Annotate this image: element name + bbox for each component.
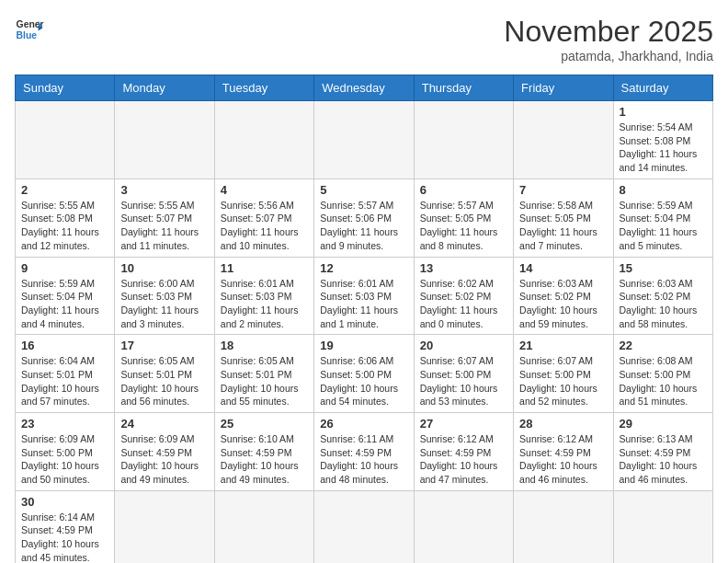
day-info: Sunrise: 6:05 AM Sunset: 5:01 PM Dayligh… [221, 354, 308, 408]
calendar-cell: 13Sunrise: 6:02 AM Sunset: 5:02 PM Dayli… [414, 257, 513, 335]
day-info: Sunrise: 6:07 AM Sunset: 5:00 PM Dayligh… [420, 354, 507, 408]
calendar-cell: 24Sunrise: 6:09 AM Sunset: 4:59 PM Dayli… [115, 413, 214, 491]
calendar-cell: 27Sunrise: 6:12 AM Sunset: 4:59 PM Dayli… [414, 413, 513, 491]
calendar-cell: 28Sunrise: 6:12 AM Sunset: 4:59 PM Dayli… [514, 413, 613, 491]
calendar-week-1: 2Sunrise: 5:55 AM Sunset: 5:08 PM Daylig… [16, 178, 713, 257]
calendar-cell: 22Sunrise: 6:08 AM Sunset: 5:00 PM Dayli… [613, 335, 712, 413]
calendar-cell [16, 101, 115, 179]
day-number: 13 [420, 261, 507, 275]
calendar-cell: 8Sunrise: 5:59 AM Sunset: 5:04 PM Daylig… [613, 178, 712, 257]
calendar-cell [613, 490, 712, 563]
calendar-cell: 26Sunrise: 6:11 AM Sunset: 4:59 PM Dayli… [314, 413, 414, 491]
day-info: Sunrise: 6:09 AM Sunset: 4:59 PM Dayligh… [120, 432, 208, 487]
weekday-header-tuesday: Tuesday [214, 75, 313, 101]
svg-text:Blue: Blue [17, 30, 38, 40]
day-number: 23 [21, 417, 108, 431]
day-number: 30 [21, 495, 108, 509]
day-number: 9 [21, 261, 108, 275]
day-info: Sunrise: 5:55 AM Sunset: 5:07 PM Dayligh… [120, 199, 208, 253]
day-number: 29 [620, 417, 707, 431]
day-number: 10 [120, 261, 208, 275]
logo: General Blue [15, 15, 44, 44]
calendar-cell: 9Sunrise: 5:59 AM Sunset: 5:04 PM Daylig… [16, 257, 115, 335]
calendar-week-0: 1Sunrise: 5:54 AM Sunset: 5:08 PM Daylig… [16, 101, 713, 179]
calendar-cell [514, 101, 613, 179]
day-number: 22 [620, 339, 707, 352]
day-info: Sunrise: 5:57 AM Sunset: 5:06 PM Dayligh… [320, 199, 407, 253]
day-info: Sunrise: 6:07 AM Sunset: 5:00 PM Dayligh… [519, 354, 607, 408]
weekday-header-monday: Monday [115, 75, 214, 101]
day-number: 27 [420, 417, 507, 431]
day-number: 18 [221, 339, 308, 352]
day-number: 17 [120, 339, 208, 352]
day-number: 15 [620, 261, 707, 275]
calendar-week-5: 30Sunrise: 6:14 AM Sunset: 4:59 PM Dayli… [16, 490, 713, 563]
calendar-week-4: 23Sunrise: 6:09 AM Sunset: 5:00 PM Dayli… [16, 413, 713, 491]
day-info: Sunrise: 5:59 AM Sunset: 5:04 PM Dayligh… [21, 277, 108, 331]
calendar-cell: 21Sunrise: 6:07 AM Sunset: 5:00 PM Dayli… [514, 335, 613, 413]
weekday-header-saturday: Saturday [613, 75, 712, 101]
day-info: Sunrise: 5:54 AM Sunset: 5:08 PM Dayligh… [620, 121, 707, 175]
day-info: Sunrise: 6:08 AM Sunset: 5:00 PM Dayligh… [620, 354, 707, 408]
calendar-cell: 23Sunrise: 6:09 AM Sunset: 5:00 PM Dayli… [16, 413, 115, 491]
day-number: 8 [620, 183, 707, 197]
day-info: Sunrise: 6:11 AM Sunset: 4:59 PM Dayligh… [320, 432, 407, 487]
day-info: Sunrise: 6:03 AM Sunset: 5:02 PM Dayligh… [620, 277, 707, 331]
day-number: 4 [221, 183, 308, 197]
day-info: Sunrise: 6:05 AM Sunset: 5:01 PM Dayligh… [120, 354, 208, 408]
calendar-cell: 2Sunrise: 5:55 AM Sunset: 5:08 PM Daylig… [16, 178, 115, 257]
calendar-cell: 29Sunrise: 6:13 AM Sunset: 4:59 PM Dayli… [613, 413, 712, 491]
header: General Blue November 2025 patamda, Jhar… [15, 15, 713, 63]
calendar-cell [414, 101, 513, 179]
day-info: Sunrise: 5:57 AM Sunset: 5:05 PM Dayligh… [420, 199, 507, 253]
calendar-cell: 15Sunrise: 6:03 AM Sunset: 5:02 PM Dayli… [613, 257, 712, 335]
day-number: 7 [519, 183, 607, 197]
calendar-cell: 14Sunrise: 6:03 AM Sunset: 5:02 PM Dayli… [514, 257, 613, 335]
weekday-header-wednesday: Wednesday [314, 75, 414, 101]
day-info: Sunrise: 6:10 AM Sunset: 4:59 PM Dayligh… [221, 432, 308, 487]
calendar-cell: 25Sunrise: 6:10 AM Sunset: 4:59 PM Dayli… [214, 413, 313, 491]
day-info: Sunrise: 6:02 AM Sunset: 5:02 PM Dayligh… [420, 277, 507, 331]
calendar-cell: 3Sunrise: 5:55 AM Sunset: 5:07 PM Daylig… [115, 178, 214, 257]
day-number: 21 [519, 339, 607, 352]
day-info: Sunrise: 6:01 AM Sunset: 5:03 PM Dayligh… [221, 277, 308, 331]
calendar-cell [414, 490, 513, 563]
day-info: Sunrise: 5:56 AM Sunset: 5:07 PM Dayligh… [221, 199, 308, 253]
day-number: 26 [320, 417, 407, 431]
calendar-cell: 7Sunrise: 5:58 AM Sunset: 5:05 PM Daylig… [514, 178, 613, 257]
day-info: Sunrise: 6:01 AM Sunset: 5:03 PM Dayligh… [320, 277, 407, 331]
calendar-cell: 11Sunrise: 6:01 AM Sunset: 5:03 PM Dayli… [214, 257, 313, 335]
calendar-cell: 20Sunrise: 6:07 AM Sunset: 5:00 PM Dayli… [414, 335, 513, 413]
calendar-cell: 1Sunrise: 5:54 AM Sunset: 5:08 PM Daylig… [613, 101, 712, 179]
calendar-cell: 19Sunrise: 6:06 AM Sunset: 5:00 PM Dayli… [314, 335, 414, 413]
calendar-cell [115, 101, 214, 179]
day-info: Sunrise: 6:09 AM Sunset: 5:00 PM Dayligh… [21, 432, 108, 487]
day-info: Sunrise: 6:12 AM Sunset: 4:59 PM Dayligh… [519, 432, 607, 487]
day-number: 1 [620, 105, 707, 119]
calendar-cell: 10Sunrise: 6:00 AM Sunset: 5:03 PM Dayli… [115, 257, 214, 335]
day-number: 5 [320, 183, 407, 197]
calendar-cell: 18Sunrise: 6:05 AM Sunset: 5:01 PM Dayli… [214, 335, 313, 413]
day-number: 28 [519, 417, 607, 431]
day-info: Sunrise: 6:13 AM Sunset: 4:59 PM Dayligh… [620, 432, 707, 487]
calendar-cell: 12Sunrise: 6:01 AM Sunset: 5:03 PM Dayli… [314, 257, 414, 335]
day-number: 25 [221, 417, 308, 431]
day-info: Sunrise: 6:04 AM Sunset: 5:01 PM Dayligh… [21, 354, 108, 408]
calendar-cell: 6Sunrise: 5:57 AM Sunset: 5:05 PM Daylig… [414, 178, 513, 257]
calendar-cell: 16Sunrise: 6:04 AM Sunset: 5:01 PM Dayli… [16, 335, 115, 413]
calendar-cell: 30Sunrise: 6:14 AM Sunset: 4:59 PM Dayli… [16, 490, 115, 563]
day-info: Sunrise: 6:03 AM Sunset: 5:02 PM Dayligh… [519, 277, 607, 331]
calendar-cell: 4Sunrise: 5:56 AM Sunset: 5:07 PM Daylig… [214, 178, 313, 257]
calendar-cell [214, 101, 313, 179]
day-number: 14 [519, 261, 607, 275]
month-year: November 2025 [504, 15, 713, 49]
day-info: Sunrise: 6:12 AM Sunset: 4:59 PM Dayligh… [420, 432, 507, 487]
day-number: 19 [320, 339, 407, 352]
day-number: 3 [120, 183, 208, 197]
weekday-header-sunday: Sunday [16, 75, 115, 101]
weekday-header-row: SundayMondayTuesdayWednesdayThursdayFrid… [16, 75, 713, 101]
day-info: Sunrise: 6:14 AM Sunset: 4:59 PM Dayligh… [21, 511, 108, 563]
calendar-cell [214, 490, 313, 563]
calendar-week-3: 16Sunrise: 6:04 AM Sunset: 5:01 PM Dayli… [16, 335, 713, 413]
calendar-week-2: 9Sunrise: 5:59 AM Sunset: 5:04 PM Daylig… [16, 257, 713, 335]
